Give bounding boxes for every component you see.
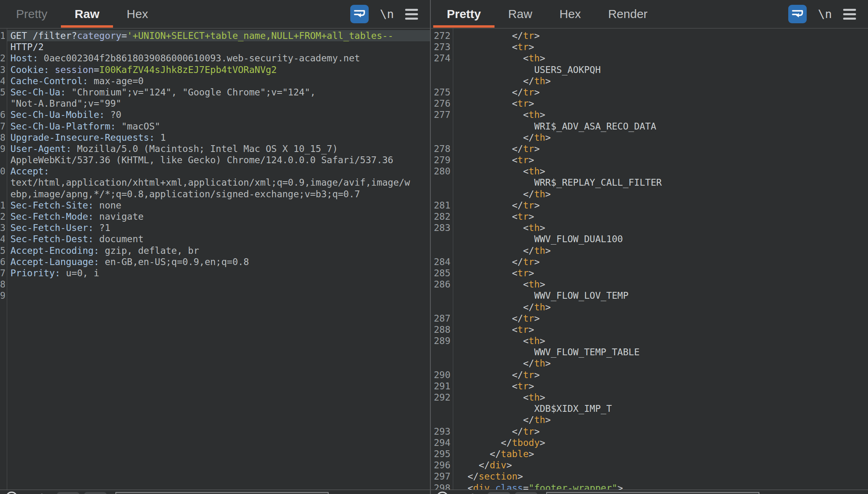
line-number: 282	[431, 211, 450, 222]
line-number: 289	[431, 335, 450, 346]
code-line: 272</tr>	[431, 30, 868, 41]
tab-pretty[interactable]: Pretty	[2, 0, 61, 28]
code-line: </th>	[431, 302, 868, 313]
search-next-button[interactable]	[515, 492, 537, 494]
line-number: 272	[431, 30, 450, 41]
code-line: 8Upgrade-Insecure-Requests: 1	[0, 132, 430, 143]
line-number: 288	[431, 324, 450, 335]
tab-render-label: Render	[608, 7, 647, 21]
line-number: 273	[431, 41, 450, 53]
code-line: </th>	[431, 358, 868, 369]
tab-hex-label: Hex	[127, 7, 148, 21]
code-line: USERS_AOKPQH	[431, 64, 868, 75]
line-number: 4	[0, 75, 5, 87]
word-wrap-icon[interactable]	[350, 5, 369, 23]
menu-icon[interactable]	[405, 9, 418, 20]
request-search-bar	[0, 490, 430, 494]
request-panel: Pretty Raw Hex \n 1GET /filter?category=…	[0, 0, 430, 494]
line-number: 279	[431, 154, 450, 166]
code-line: WRR$_REPLAY_CALL_FILTER	[431, 177, 868, 188]
code-line: 276<tr>	[431, 98, 868, 109]
line-number: 278	[431, 143, 450, 154]
code-line: 290</tr>	[431, 369, 868, 381]
line-number: 3	[0, 222, 5, 233]
tab-raw[interactable]: Raw	[495, 0, 546, 28]
response-tabbar: Pretty Raw Hex Render \n	[431, 0, 868, 28]
tab-hex[interactable]: Hex	[546, 0, 594, 28]
code-line: 298<div class="footer-wrapper">	[431, 482, 868, 490]
line-number: 294	[431, 437, 450, 448]
code-line: 273<tr>	[431, 41, 868, 53]
search-icon[interactable]	[436, 492, 448, 494]
line-number	[431, 132, 450, 143]
code-line: 293</tr>	[431, 426, 868, 437]
response-editor[interactable]: 272</tr>273<tr>274<th>USERS_AOKPQH</th>2…	[431, 28, 868, 490]
response-editor-icons: \n	[788, 0, 856, 28]
line-number	[431, 64, 450, 75]
regex-icon[interactable]	[32, 492, 50, 494]
line-number: 284	[431, 256, 450, 267]
code-line: 286<th>	[431, 279, 868, 290]
line-number: 296	[431, 460, 450, 471]
line-number: 297	[431, 471, 450, 482]
word-wrap-icon[interactable]	[788, 5, 807, 23]
code-line: 9	[0, 290, 430, 301]
line-number: 2	[0, 53, 5, 64]
code-line: 295</table>	[431, 448, 868, 460]
code-line: 6Sec-Ch-Ua-Mobile: ?0	[0, 109, 430, 120]
gutter-divider	[7, 28, 7, 490]
line-number	[431, 358, 450, 369]
line-number: 292	[431, 392, 450, 403]
code-line: 7Priority: u=0, i	[0, 267, 430, 279]
search-input[interactable]	[115, 492, 329, 494]
line-number: 7	[0, 121, 5, 132]
line-number: 0	[0, 166, 5, 177]
gutter-divider	[453, 28, 453, 490]
line-number: 287	[431, 313, 450, 324]
code-line: 8	[0, 279, 430, 290]
line-number: 277	[431, 109, 450, 120]
code-line: 5Sec-Ch-Ua: "Chromium";v="124", "Google …	[0, 87, 430, 98]
request-editor[interactable]: 1GET /filter?category='+UNION+SELECT+tab…	[0, 28, 430, 490]
code-line: WWV_FLOW_TEMP_TABLE	[431, 346, 868, 358]
code-line: HTTP/2	[0, 41, 430, 53]
newline-icon[interactable]: \n	[818, 7, 832, 21]
code-line: </th>	[431, 75, 868, 87]
menu-icon[interactable]	[843, 9, 856, 20]
tab-raw[interactable]: Raw	[61, 0, 113, 28]
code-line: 288<tr>	[431, 324, 868, 335]
line-number: 9	[0, 143, 5, 154]
line-number: 274	[431, 53, 450, 64]
tab-render[interactable]: Render	[594, 0, 661, 28]
code-line: 277<th>	[431, 109, 868, 120]
line-number: 285	[431, 267, 450, 279]
line-number	[0, 177, 5, 188]
tab-hex[interactable]: Hex	[113, 0, 161, 28]
line-number	[431, 245, 450, 256]
code-line: 274<th>	[431, 53, 868, 64]
regex-icon[interactable]	[463, 492, 480, 494]
line-number	[0, 41, 5, 53]
search-prev-button[interactable]	[57, 492, 79, 494]
code-line: 4Cache-Control: max-age=0	[0, 75, 430, 87]
search-input[interactable]	[546, 492, 759, 494]
tab-raw-label: Raw	[508, 7, 532, 21]
search-prev-button[interactable]	[488, 492, 510, 494]
search-next-button[interactable]	[84, 492, 107, 494]
line-number	[0, 154, 5, 166]
request-editor-icons: \n	[350, 0, 418, 28]
code-line: 9User-Agent: Mozilla/5.0 (Macintosh; Int…	[0, 143, 430, 154]
code-line: 7Sec-Ch-Ua-Platform: "macOS"	[0, 121, 430, 132]
line-number	[431, 414, 450, 425]
line-number	[431, 233, 450, 245]
line-number	[0, 98, 5, 109]
newline-icon[interactable]: \n	[380, 7, 394, 21]
line-number: 5	[0, 87, 5, 98]
code-line: 284</tr>	[431, 256, 868, 267]
code-line: 280<th>	[431, 166, 868, 177]
line-number	[0, 188, 5, 200]
line-number: 290	[431, 369, 450, 381]
search-icon[interactable]	[6, 492, 18, 494]
tab-pretty[interactable]: Pretty	[433, 0, 495, 28]
code-line: 291<tr>	[431, 381, 868, 392]
